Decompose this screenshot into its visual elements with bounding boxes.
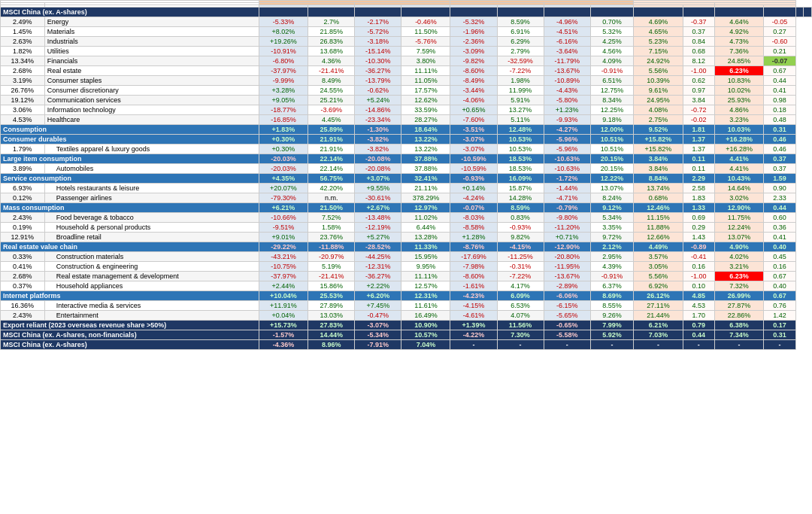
section-data-cell: 2.12% (590, 242, 633, 252)
row-name-cell: Entertainment (44, 311, 259, 321)
section-data-cell (544, 8, 590, 17)
section-data-cell: 10.03% (714, 125, 764, 135)
data-row: 2.43%Entertainment+0.04%13.03%-0.47%16.4… (1, 311, 812, 321)
data-cell: -12.31% (355, 262, 401, 272)
data-cell: -5.32% (450, 17, 497, 27)
section-data-cell: 7.03% (634, 330, 683, 340)
data-cell: 0.76 (764, 301, 795, 311)
data-cell: -10.91% (259, 47, 308, 56)
data-cell: -10.75% (259, 262, 308, 272)
data-cell: 0.16 (764, 262, 795, 272)
data-cell: -2.17% (355, 17, 401, 27)
section-data-cell: 8.69% (590, 291, 633, 301)
data-cell: 4.45% (308, 115, 355, 125)
data-cell: -10.59% (450, 164, 497, 174)
row-name-cell: Construction & engineering (44, 262, 259, 272)
section-data-cell: 4.85 (683, 291, 714, 301)
data-cell: -3.82% (355, 144, 401, 154)
section-data-cell: 1.59 (764, 174, 795, 184)
data-cell: 5.56% (634, 66, 683, 76)
data-cell: -36.27% (355, 272, 401, 281)
data-cell: 11.50% (401, 27, 450, 37)
data-cell: 9.95% (401, 262, 450, 272)
index-cell: 1.45% (1, 27, 45, 37)
section-data-cell: 10.57% (401, 330, 450, 340)
section-row: MSCI China (ex. A-shares)-4.36%8.96%-7.9… (1, 340, 812, 350)
data-cell: 1.83 (683, 193, 714, 203)
section-data-cell: 7.99% (590, 321, 633, 330)
section-row: MSCI China (ex. A-shares, non-financials… (1, 330, 812, 340)
section-data-cell: 1.81 (683, 125, 714, 135)
data-cell: -21.41% (308, 272, 355, 281)
data-cell: 4.65% (634, 27, 683, 37)
data-cell: 13.07% (714, 233, 764, 242)
data-cell: 12.62% (401, 96, 450, 105)
data-cell: +2.22% (355, 281, 401, 291)
data-cell: -6.80% (259, 56, 308, 66)
section-data-cell: 0.31 (764, 330, 795, 340)
section-data-cell: +0.30% (259, 135, 308, 144)
data-cell: 1.70 (683, 311, 714, 321)
section-data-cell: -5.96% (544, 135, 590, 144)
data-cell: -8.03% (450, 213, 497, 223)
data-cell: -1.61% (450, 281, 497, 291)
data-cell: 16.49% (401, 311, 450, 321)
data-cell: 0.84 (683, 37, 714, 47)
data-cell: 4.17% (497, 281, 544, 291)
data-cell: 7.36% (714, 47, 764, 56)
data-cell: 6.91% (497, 27, 544, 37)
section-data-cell: -4.23% (450, 291, 497, 301)
section-data-cell: -4.36% (259, 340, 308, 350)
data-cell: -3.07% (450, 144, 497, 154)
data-cell: -11.79% (544, 56, 590, 66)
section-data-cell: -12.90% (544, 242, 590, 252)
index-cell: 12.91% (1, 233, 45, 242)
section-data-cell (497, 8, 544, 17)
section-data-cell: 10.43% (714, 174, 764, 184)
data-cell: -8.60% (450, 272, 497, 281)
section-data-cell (634, 8, 683, 17)
data-cell: 4.73% (714, 37, 764, 47)
section-data-cell: 0.46 (764, 135, 795, 144)
index-cell: 16.36% (1, 301, 45, 311)
section-data-cell: -1.72% (544, 174, 590, 184)
data-table: MSCI China (ex. A-shares)2.49%Energy-5.3… (0, 0, 812, 350)
data-cell: 0.37 (683, 27, 714, 37)
data-cell: +0.30% (259, 144, 308, 154)
section-data-cell: - (450, 340, 497, 350)
index-cell: 2.49% (1, 17, 45, 27)
section-name: Consumer durables (1, 135, 259, 144)
data-cell: 2.7% (308, 17, 355, 27)
data-cell: -8.60% (450, 66, 497, 76)
data-row: 16.36%Interactive media & services+11.91… (1, 301, 812, 311)
section-data-cell: 12.46% (634, 203, 683, 213)
section-data-cell: 21.50% (308, 203, 355, 213)
data-cell: 24.55% (308, 86, 355, 96)
data-cell: -10.30% (355, 56, 401, 66)
data-cell: 4.09% (590, 56, 633, 66)
data-cell: -4.43% (544, 86, 590, 96)
data-cell: 2.75% (634, 115, 683, 125)
row-name-cell: Real estate management & development (44, 272, 259, 281)
data-cell: -79.30% (259, 193, 308, 203)
section-data-cell: 0.79 (683, 321, 714, 330)
data-cell: +19.26% (259, 37, 308, 47)
data-cell: 15.95% (401, 252, 450, 262)
section-data-cell: -3.07% (450, 135, 497, 144)
data-cell: 0.69 (683, 213, 714, 223)
data-cell: 7.52% (308, 213, 355, 223)
data-cell: 13.07% (590, 184, 633, 193)
data-cell: -20.08% (355, 164, 401, 174)
data-cell: 21.11% (401, 184, 450, 193)
data-cell: 13.68% (308, 47, 355, 56)
data-cell: +0.14% (450, 184, 497, 193)
data-cell: -7.22% (497, 272, 544, 281)
row-name-cell: Utilities (44, 47, 259, 56)
section-data-cell (308, 8, 355, 17)
data-cell: +5.24% (355, 96, 401, 105)
data-cell: 14.28% (497, 193, 544, 203)
data-cell: -8.58% (450, 223, 497, 233)
row-name-cell: Food beverage & tobacco (44, 213, 259, 223)
section-data-cell: 4.90% (714, 242, 764, 252)
data-cell: 0.41 (764, 233, 795, 242)
